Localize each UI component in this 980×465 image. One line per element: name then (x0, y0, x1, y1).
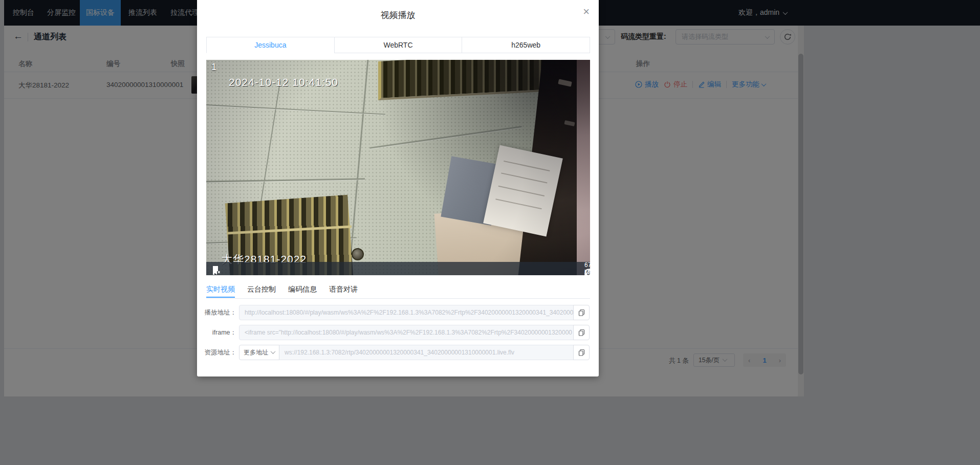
tab-live-video[interactable]: 实时视频 (206, 285, 235, 294)
iframe-row: iframe： <iframe src="http://localhost:18… (197, 325, 599, 340)
player-control-bar: 670 kb/s (206, 262, 590, 275)
tab-webrtc[interactable]: WebRTC (334, 37, 463, 53)
copy-icon (578, 329, 585, 336)
fisheye-vignette (206, 60, 590, 275)
screen: 控制台 分屏监控 国标设备 推流列表 拉流代理 欢迎，admin ← 通道列表 … (0, 0, 980, 465)
resource-address-row: 资源地址： 更多地址 ws://192.168.1.3:7082/rtp/340… (197, 345, 599, 360)
play-address-row: 播放地址： http://localhost:18080/#/play/wasm… (197, 305, 599, 320)
timestamp-overlay: 2024-10-12 10:41:50 (229, 76, 338, 88)
tab-jessibuca[interactable]: Jessibuca (206, 37, 335, 53)
iframe-input[interactable]: <iframe src="http://localhost:18080/#/pl… (239, 325, 574, 340)
channel-number-overlay: 1 (211, 62, 216, 73)
tab-voice-intercom[interactable]: 语音对讲 (329, 285, 358, 294)
close-icon[interactable]: × (583, 6, 590, 17)
speaker-muted-icon (213, 269, 221, 275)
copy-icon (578, 349, 585, 356)
tab-h265web[interactable]: h265web (462, 37, 590, 53)
more-addresses-dropdown[interactable]: 更多地址 (239, 345, 279, 360)
stream-info-tabs: 实时视频 云台控制 编码信息 语音对讲 (206, 282, 590, 299)
tab-codec-info[interactable]: 编码信息 (288, 285, 317, 294)
resource-address-label: 资源地址： (197, 345, 236, 360)
copy-resource-address-button[interactable] (573, 345, 590, 360)
chevron-down-icon (271, 349, 276, 354)
play-address-input[interactable]: http://localhost:18080/#/play/wasm/ws%3A… (239, 305, 574, 320)
iframe-label: iframe： (197, 325, 236, 340)
tab-ptz-control[interactable]: 云台控制 (247, 285, 276, 294)
resource-address-input[interactable]: ws://192.168.1.3:7082/rtp/34020000001320… (279, 345, 574, 360)
player-type-tabs: Jessibuca WebRTC h265web (206, 37, 590, 53)
more-addresses-label: 更多地址 (244, 348, 268, 357)
copy-play-address-button[interactable] (573, 305, 590, 320)
video-play-dialog: 视频播放 × Jessibuca WebRTC h265web (197, 0, 599, 377)
video-player[interactable]: 1 2024-10-12 10:41:50 大华28181-2022 (206, 60, 590, 275)
dialog-title: 视频播放 (197, 9, 599, 21)
fullscreen-icon (584, 269, 590, 275)
copy-icon (578, 309, 585, 316)
play-address-label: 播放地址： (197, 305, 236, 320)
copy-iframe-button[interactable] (573, 325, 590, 340)
